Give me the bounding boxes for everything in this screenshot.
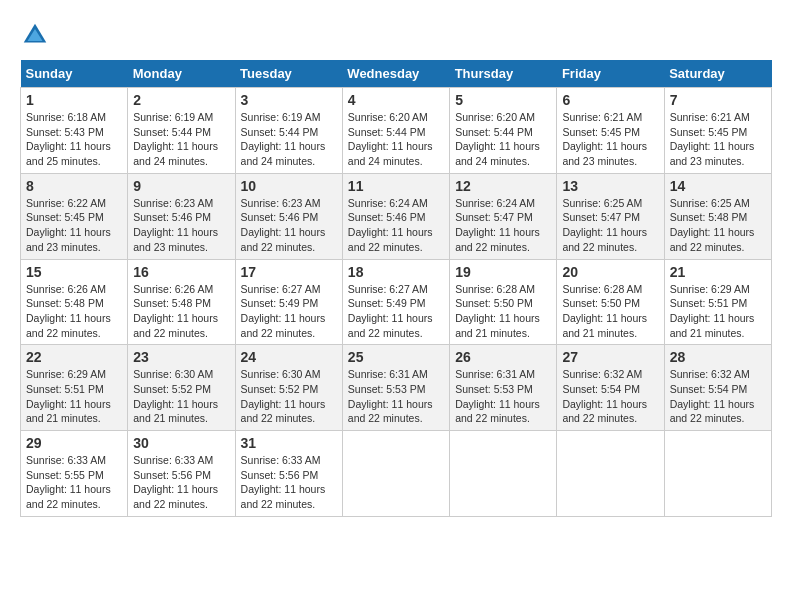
table-row: 21 Sunrise: 6:29 AMSunset: 5:51 PMDaylig… [664,259,771,345]
day-info: Sunrise: 6:33 AMSunset: 5:56 PMDaylight:… [133,454,218,510]
day-number: 20 [562,264,658,280]
calendar-week-4: 22 Sunrise: 6:29 AMSunset: 5:51 PMDaylig… [21,345,772,431]
calendar-week-5: 29 Sunrise: 6:33 AMSunset: 5:55 PMDaylig… [21,431,772,517]
day-number: 6 [562,92,658,108]
table-row: 27 Sunrise: 6:32 AMSunset: 5:54 PMDaylig… [557,345,664,431]
day-number: 26 [455,349,551,365]
day-info: Sunrise: 6:19 AMSunset: 5:44 PMDaylight:… [241,111,326,167]
table-row: 2 Sunrise: 6:19 AMSunset: 5:44 PMDayligh… [128,88,235,174]
table-row: 29 Sunrise: 6:33 AMSunset: 5:55 PMDaylig… [21,431,128,517]
day-info: Sunrise: 6:24 AMSunset: 5:47 PMDaylight:… [455,197,540,253]
day-info: Sunrise: 6:20 AMSunset: 5:44 PMDaylight:… [455,111,540,167]
table-row [450,431,557,517]
day-info: Sunrise: 6:21 AMSunset: 5:45 PMDaylight:… [562,111,647,167]
day-info: Sunrise: 6:20 AMSunset: 5:44 PMDaylight:… [348,111,433,167]
day-number: 30 [133,435,229,451]
day-number: 14 [670,178,766,194]
logo-icon [20,20,50,50]
table-row: 28 Sunrise: 6:32 AMSunset: 5:54 PMDaylig… [664,345,771,431]
day-number: 29 [26,435,122,451]
table-row [342,431,449,517]
table-row: 20 Sunrise: 6:28 AMSunset: 5:50 PMDaylig… [557,259,664,345]
day-number: 18 [348,264,444,280]
day-number: 24 [241,349,337,365]
day-number: 10 [241,178,337,194]
day-info: Sunrise: 6:28 AMSunset: 5:50 PMDaylight:… [455,283,540,339]
day-number: 8 [26,178,122,194]
day-number: 13 [562,178,658,194]
day-number: 28 [670,349,766,365]
table-row [664,431,771,517]
day-info: Sunrise: 6:19 AMSunset: 5:44 PMDaylight:… [133,111,218,167]
day-number: 22 [26,349,122,365]
table-row: 30 Sunrise: 6:33 AMSunset: 5:56 PMDaylig… [128,431,235,517]
day-info: Sunrise: 6:21 AMSunset: 5:45 PMDaylight:… [670,111,755,167]
day-number: 21 [670,264,766,280]
day-info: Sunrise: 6:27 AMSunset: 5:49 PMDaylight:… [348,283,433,339]
day-number: 9 [133,178,229,194]
table-row: 18 Sunrise: 6:27 AMSunset: 5:49 PMDaylig… [342,259,449,345]
table-row: 15 Sunrise: 6:26 AMSunset: 5:48 PMDaylig… [21,259,128,345]
table-row: 26 Sunrise: 6:31 AMSunset: 5:53 PMDaylig… [450,345,557,431]
day-number: 7 [670,92,766,108]
col-thursday: Thursday [450,60,557,88]
day-number: 1 [26,92,122,108]
table-row: 31 Sunrise: 6:33 AMSunset: 5:56 PMDaylig… [235,431,342,517]
table-row: 6 Sunrise: 6:21 AMSunset: 5:45 PMDayligh… [557,88,664,174]
table-row: 25 Sunrise: 6:31 AMSunset: 5:53 PMDaylig… [342,345,449,431]
table-row: 8 Sunrise: 6:22 AMSunset: 5:45 PMDayligh… [21,173,128,259]
day-info: Sunrise: 6:30 AMSunset: 5:52 PMDaylight:… [241,368,326,424]
calendar-week-2: 8 Sunrise: 6:22 AMSunset: 5:45 PMDayligh… [21,173,772,259]
day-number: 3 [241,92,337,108]
day-number: 23 [133,349,229,365]
day-info: Sunrise: 6:31 AMSunset: 5:53 PMDaylight:… [455,368,540,424]
table-row: 16 Sunrise: 6:26 AMSunset: 5:48 PMDaylig… [128,259,235,345]
table-row: 7 Sunrise: 6:21 AMSunset: 5:45 PMDayligh… [664,88,771,174]
day-info: Sunrise: 6:18 AMSunset: 5:43 PMDaylight:… [26,111,111,167]
col-saturday: Saturday [664,60,771,88]
table-row: 23 Sunrise: 6:30 AMSunset: 5:52 PMDaylig… [128,345,235,431]
day-info: Sunrise: 6:25 AMSunset: 5:48 PMDaylight:… [670,197,755,253]
day-number: 16 [133,264,229,280]
day-info: Sunrise: 6:24 AMSunset: 5:46 PMDaylight:… [348,197,433,253]
col-tuesday: Tuesday [235,60,342,88]
table-row: 22 Sunrise: 6:29 AMSunset: 5:51 PMDaylig… [21,345,128,431]
table-row: 14 Sunrise: 6:25 AMSunset: 5:48 PMDaylig… [664,173,771,259]
day-number: 12 [455,178,551,194]
day-info: Sunrise: 6:32 AMSunset: 5:54 PMDaylight:… [670,368,755,424]
day-number: 17 [241,264,337,280]
day-info: Sunrise: 6:23 AMSunset: 5:46 PMDaylight:… [133,197,218,253]
logo [20,20,54,50]
table-row: 13 Sunrise: 6:25 AMSunset: 5:47 PMDaylig… [557,173,664,259]
day-info: Sunrise: 6:32 AMSunset: 5:54 PMDaylight:… [562,368,647,424]
table-row: 12 Sunrise: 6:24 AMSunset: 5:47 PMDaylig… [450,173,557,259]
table-row: 10 Sunrise: 6:23 AMSunset: 5:46 PMDaylig… [235,173,342,259]
day-info: Sunrise: 6:25 AMSunset: 5:47 PMDaylight:… [562,197,647,253]
table-row: 19 Sunrise: 6:28 AMSunset: 5:50 PMDaylig… [450,259,557,345]
table-row: 9 Sunrise: 6:23 AMSunset: 5:46 PMDayligh… [128,173,235,259]
day-info: Sunrise: 6:26 AMSunset: 5:48 PMDaylight:… [133,283,218,339]
day-number: 31 [241,435,337,451]
day-info: Sunrise: 6:33 AMSunset: 5:55 PMDaylight:… [26,454,111,510]
day-number: 11 [348,178,444,194]
table-row: 3 Sunrise: 6:19 AMSunset: 5:44 PMDayligh… [235,88,342,174]
day-info: Sunrise: 6:26 AMSunset: 5:48 PMDaylight:… [26,283,111,339]
day-number: 27 [562,349,658,365]
table-row: 17 Sunrise: 6:27 AMSunset: 5:49 PMDaylig… [235,259,342,345]
calendar-week-1: 1 Sunrise: 6:18 AMSunset: 5:43 PMDayligh… [21,88,772,174]
day-number: 2 [133,92,229,108]
day-info: Sunrise: 6:33 AMSunset: 5:56 PMDaylight:… [241,454,326,510]
calendar-week-3: 15 Sunrise: 6:26 AMSunset: 5:48 PMDaylig… [21,259,772,345]
day-number: 15 [26,264,122,280]
day-number: 5 [455,92,551,108]
day-number: 25 [348,349,444,365]
col-monday: Monday [128,60,235,88]
day-info: Sunrise: 6:27 AMSunset: 5:49 PMDaylight:… [241,283,326,339]
page-header [20,20,772,50]
day-info: Sunrise: 6:29 AMSunset: 5:51 PMDaylight:… [26,368,111,424]
col-friday: Friday [557,60,664,88]
day-info: Sunrise: 6:30 AMSunset: 5:52 PMDaylight:… [133,368,218,424]
day-info: Sunrise: 6:22 AMSunset: 5:45 PMDaylight:… [26,197,111,253]
calendar-table: Sunday Monday Tuesday Wednesday Thursday… [20,60,772,517]
header-row: Sunday Monday Tuesday Wednesday Thursday… [21,60,772,88]
